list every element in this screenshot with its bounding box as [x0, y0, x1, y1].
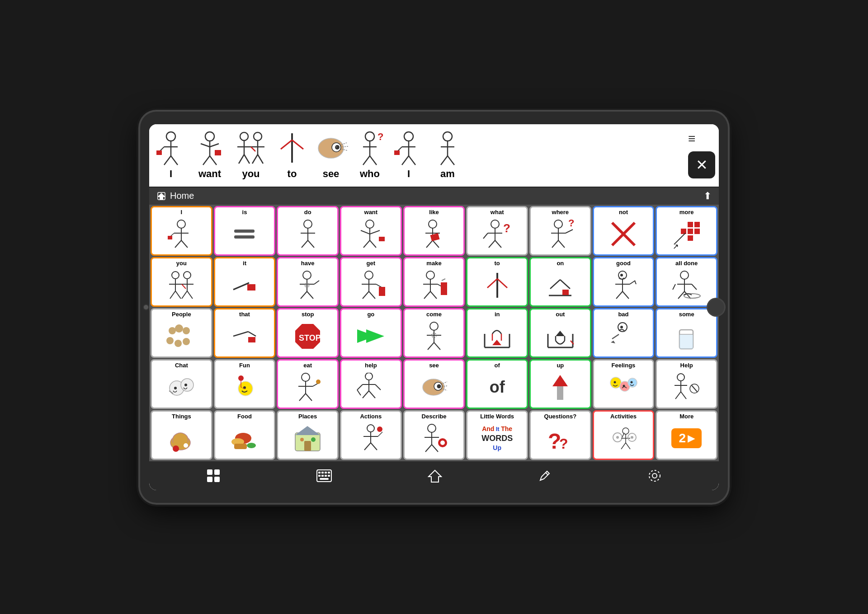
cell-have[interactable]: have [277, 257, 339, 307]
cell-up[interactable]: up [529, 359, 591, 409]
cell-places[interactable]: Places [277, 410, 339, 460]
svg-line-137 [424, 291, 430, 299]
sentence-word-who[interactable]: ? who [352, 131, 388, 180]
cell-help[interactable]: help [340, 359, 402, 409]
svg-point-262 [367, 425, 374, 432]
cell-like[interactable]: like [403, 206, 465, 256]
cell-see[interactable]: see [403, 359, 465, 409]
cell-out[interactable]: out [529, 308, 591, 358]
svg-point-31 [335, 146, 337, 148]
sentence-word-to[interactable]: to [274, 131, 310, 180]
cell-all-done[interactable]: all done [656, 257, 717, 307]
sentence-word-i2[interactable]: I [391, 131, 427, 180]
svg-line-164 [692, 284, 697, 290]
cell-stop[interactable]: stop STOP [277, 308, 339, 358]
home-button[interactable] [420, 466, 449, 486]
cell-some[interactable]: some [656, 308, 717, 358]
svg-line-303 [546, 473, 548, 475]
cell-good[interactable]: good [593, 257, 655, 307]
svg-line-131 [369, 291, 375, 299]
svg-line-246 [675, 392, 681, 399]
cell-food-icon [216, 420, 274, 457]
cell-you[interactable]: you [151, 257, 212, 307]
cell-feelings[interactable]: Feelings [593, 359, 655, 409]
cell-things-icon [153, 420, 210, 457]
cell-help2[interactable]: Help [656, 359, 717, 409]
cell-to[interactable]: to [466, 257, 528, 307]
cell-describe[interactable]: Describe [403, 410, 465, 460]
cell-activities[interactable]: Activities [593, 410, 655, 460]
cell-help2-icon [658, 369, 715, 406]
sentence-word-you[interactable]: you [231, 131, 271, 180]
svg-line-115 [182, 291, 187, 299]
cell-get[interactable]: get [340, 257, 402, 307]
svg-line-124 [307, 291, 313, 299]
share-button[interactable]: ⬆ [703, 190, 712, 202]
cell-do[interactable]: do [277, 206, 339, 256]
cell-actions[interactable]: Actions [340, 410, 402, 460]
cell-make[interactable]: make [403, 257, 465, 307]
cell-not[interactable]: not [593, 206, 655, 256]
cell-in-label: in [495, 311, 500, 318]
svg-line-232 [443, 382, 447, 384]
cell-chat[interactable]: Chat [151, 359, 212, 409]
cell-of[interactable]: of of [466, 359, 528, 409]
settings-button[interactable] [640, 466, 669, 486]
cell-things[interactable]: Things [151, 410, 212, 460]
pencil-button[interactable] [531, 466, 559, 485]
cell-questions-label: Questions? [544, 413, 577, 420]
cell-chat-label: Chat [175, 362, 188, 369]
svg-text:?: ? [559, 436, 568, 452]
cell-i[interactable]: I [151, 206, 212, 256]
home-nav[interactable]: Home [156, 191, 194, 201]
grid-button[interactable] [199, 466, 228, 486]
cell-what-icon: ? [468, 216, 526, 253]
cell-more[interactable]: more ↗ [656, 206, 717, 256]
svg-point-7 [205, 132, 214, 141]
svg-line-153 [616, 291, 623, 299]
sentence-word-see[interactable]: see [313, 131, 349, 180]
svg-line-27 [292, 140, 303, 149]
cell-in[interactable]: in [466, 308, 528, 358]
cell-that[interactable]: that [214, 308, 276, 358]
cell-more-cat[interactable]: More 2 ▶ [656, 410, 717, 460]
cell-what[interactable]: what ? [466, 206, 528, 256]
cell-is[interactable]: is [214, 206, 276, 256]
cell-go[interactable]: go [340, 308, 402, 358]
svg-point-198 [620, 326, 623, 328]
svg-line-233 [443, 386, 448, 386]
svg-point-252 [184, 443, 188, 448]
svg-point-242 [630, 381, 632, 384]
cell-questions[interactable]: Questions? ? ? [529, 410, 591, 460]
sentence-word-i-label: I [170, 168, 172, 180]
svg-line-44 [402, 156, 409, 165]
svg-line-147 [560, 280, 570, 289]
cell-little-words[interactable]: Little Words And It The WORDS Up [466, 410, 528, 460]
svg-rect-296 [328, 472, 330, 473]
sentence-word-am[interactable]: am [429, 131, 466, 180]
svg-point-243 [677, 374, 684, 381]
cell-eat[interactable]: eat [277, 359, 339, 409]
cell-on[interactable]: on [529, 257, 591, 307]
cell-bad[interactable]: bad [593, 308, 655, 358]
svg-line-227 [375, 384, 381, 390]
svg-point-166 [175, 324, 183, 333]
menu-icon[interactable]: ≡ [688, 132, 715, 145]
close-button[interactable]: ✕ [688, 151, 715, 178]
svg-line-146 [550, 280, 560, 289]
svg-line-199 [612, 334, 619, 339]
svg-line-68 [302, 240, 308, 248]
sentence-word-i[interactable]: I [153, 131, 189, 180]
cell-come[interactable]: come [403, 308, 465, 358]
cell-want[interactable]: want [340, 206, 402, 256]
cell-actions-icon [342, 420, 400, 457]
svg-line-93 [552, 240, 558, 248]
keyboard-button[interactable] [309, 467, 339, 485]
cell-it[interactable]: it [214, 257, 276, 307]
cell-food[interactable]: Food [214, 410, 276, 460]
cell-fun[interactable]: Fun [214, 359, 276, 409]
cell-people[interactable]: People [151, 308, 212, 358]
bottom-toolbar [149, 461, 719, 490]
sentence-word-want[interactable]: want [192, 131, 228, 180]
cell-where[interactable]: where ? [529, 206, 591, 256]
